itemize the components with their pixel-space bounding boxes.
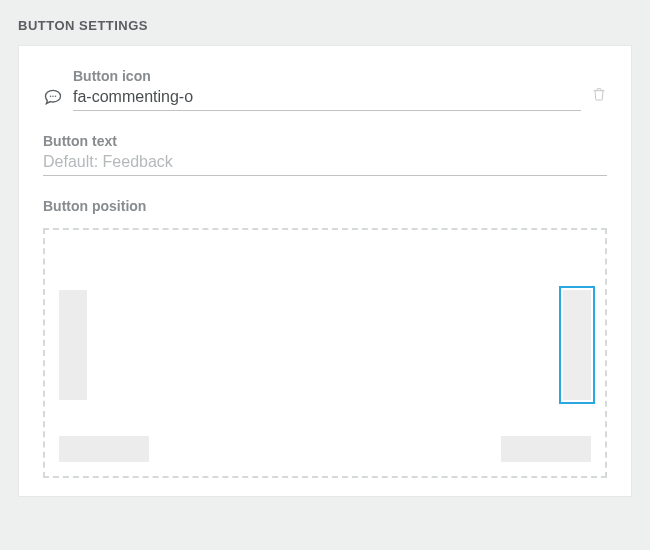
button-icon-input[interactable]	[73, 86, 581, 111]
button-text-input[interactable]	[43, 151, 607, 176]
position-option-bottom-left[interactable]	[59, 436, 149, 462]
button-position-label: Button position	[43, 198, 607, 214]
settings-panel: Button icon Button text Button position	[18, 45, 632, 497]
svg-point-1	[52, 95, 54, 97]
section-title: BUTTON SETTINGS	[18, 18, 632, 33]
position-option-left-middle[interactable]	[59, 290, 87, 400]
button-icon-label: Button icon	[73, 68, 581, 84]
trash-icon[interactable]	[591, 85, 607, 111]
svg-point-0	[50, 95, 52, 97]
svg-point-2	[55, 95, 57, 97]
button-text-field: Button text	[43, 133, 607, 176]
button-position-stage	[43, 228, 607, 478]
commenting-icon	[43, 87, 63, 111]
button-text-label: Button text	[43, 133, 607, 149]
position-option-right-middle[interactable]	[563, 290, 591, 400]
position-option-bottom-right[interactable]	[501, 436, 591, 462]
button-icon-field: Button icon	[43, 68, 607, 111]
button-position-field: Button position	[43, 198, 607, 478]
